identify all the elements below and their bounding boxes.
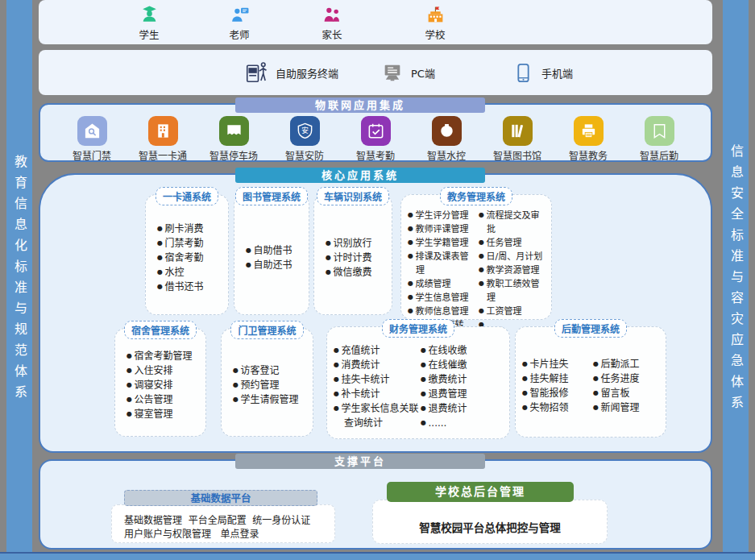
- svg-text:安: 安: [301, 126, 309, 135]
- iot-item-label: 智慧一卡通: [139, 148, 187, 162]
- card-title: 财务管理系统: [382, 319, 454, 338]
- iot-item-label: 智慧图书馆: [493, 148, 541, 162]
- feature-item: 计时计费: [326, 251, 387, 265]
- user-parents: 家长: [308, 5, 356, 42]
- card-body: 识别放行 计时计费 微信缴费: [314, 205, 392, 314]
- feature-item: 新闻管理: [593, 400, 662, 415]
- iot-item-label: 智慧后勤: [640, 148, 678, 162]
- feature-item: 自助借书: [246, 243, 304, 258]
- parking-icon: [219, 116, 249, 146]
- iot-item-door-access: 智慧门禁: [58, 116, 126, 162]
- base-data-platform-body: 基础数据管理 平台全局配置 统一身份认证 用户账户与权限管理 单点登录: [111, 504, 335, 543]
- parents-icon: [322, 5, 342, 25]
- student-icon: [139, 5, 160, 25]
- library-icon: [503, 116, 533, 146]
- feature-item: 教职工绩效管理: [479, 277, 548, 305]
- feature-item: 后勤派工: [593, 357, 662, 371]
- feature-item: 补卡统计: [334, 387, 419, 401]
- feature-item: 访客登记: [233, 363, 308, 378]
- iot-item-label: 智慧门禁: [73, 148, 111, 162]
- feature-item: 门禁考勤: [157, 236, 223, 251]
- school-backend-title: 学校总后台管理: [387, 482, 574, 502]
- feature-item: 工资管理: [479, 305, 548, 318]
- feature-item: 在线催缴: [421, 358, 506, 372]
- card-title: 宿舍管理系统: [124, 321, 197, 339]
- feature-item: 刷卡消费: [157, 222, 223, 236]
- iot-panel: 物联网应用集成 智慧门禁: [39, 103, 712, 162]
- feature-item: 卡片挂失: [522, 357, 591, 371]
- user-label: 家长: [321, 27, 342, 42]
- iot-item-parking: 智慧停车场: [200, 116, 268, 162]
- base-platform-line: 用户账户与权限管理 单点登录: [124, 528, 330, 541]
- feature-item: 充值统计: [334, 343, 419, 358]
- device-kiosk: 自助服务终端: [244, 50, 338, 95]
- user-school: 学校: [411, 5, 459, 42]
- feature-item: 流程提交及审批: [479, 209, 548, 236]
- iot-item-library: 智慧图书馆: [483, 116, 551, 162]
- bottom-border-band: [0, 552, 755, 560]
- iot-item-label: 智慧安防: [285, 148, 324, 162]
- feature-item: 学生家长信息关联查询统计: [334, 401, 419, 430]
- feature-item: 教学资源管理: [479, 263, 548, 277]
- iot-item-label: 智慧考勤: [356, 148, 395, 162]
- feature-item: 缴费统计: [421, 372, 506, 387]
- feature-item: 入住安排: [127, 363, 201, 378]
- feature-item: 失物招领: [522, 400, 591, 415]
- feature-item: 自助还书: [246, 258, 304, 272]
- iot-item-label: 智慧教务: [569, 148, 608, 162]
- feature-item: 借书还书: [157, 280, 223, 294]
- card-title: 一卡通系统: [156, 187, 218, 205]
- feature-column: 后勤派工 任务进度 留言板 新闻管理: [593, 341, 662, 430]
- card-library-system: 图书管理系统 自助借书 自助还书: [234, 194, 309, 315]
- feature-item: 学生学籍管理: [408, 236, 477, 250]
- iot-items-row: 智慧门禁 智慧一卡通: [40, 105, 711, 162]
- base-data-platform-title: 基础数据平台: [124, 490, 317, 506]
- card-title: 后勤管理系统: [554, 319, 627, 338]
- card-title: 教务管理系统: [440, 187, 512, 205]
- left-banner-label: 教育信息化标准与规范体系: [10, 155, 29, 406]
- device-phone: 手机端: [512, 50, 573, 95]
- school-icon: [425, 5, 446, 25]
- feature-item: 在线收缴: [421, 343, 506, 358]
- feature-item: 识别放行: [326, 236, 387, 251]
- feature-column: 在线收缴 在线催缴 缴费统计 退费管理 退费统计 ......: [421, 341, 506, 432]
- feature-item: 调寝安排: [127, 378, 201, 392]
- iot-item-logistics: 智慧后勤: [625, 116, 693, 162]
- iot-item-label: 智慧停车场: [209, 148, 258, 162]
- right-banner-label: 信息安全标准与容灾应急体系: [726, 144, 745, 417]
- card-gatekeeper-system: 门卫管理系统 访客登记 预约管理 学生请假管理: [221, 328, 313, 437]
- security-icon: 安: [290, 116, 320, 146]
- card-title: 车辆识别系统: [317, 187, 389, 205]
- user-label: 学生: [139, 27, 159, 42]
- device-label: 手机端: [541, 65, 573, 81]
- feature-item: 排课及课表管理: [408, 250, 477, 277]
- support-panel-title: 支撑平台: [235, 454, 485, 469]
- iot-item-academic: 智慧教务: [554, 116, 622, 162]
- feature-item: 宿舍考勤: [157, 251, 223, 265]
- card-onecard-system: 一卡通系统 刷卡消费 门禁考勤 宿舍考勤 水控 借书还书: [145, 194, 229, 315]
- feature-item: 教师评课管理: [408, 222, 477, 236]
- card-logistics-system: 后勤管理系统 卡片挂失 挂失解挂 智能报修 失物招领 后勤派工 任务进度 留言板…: [515, 326, 666, 438]
- kiosk-icon: [244, 60, 268, 85]
- feature-item: 消费统计: [334, 358, 419, 372]
- feature-column: 学生评分管理 教师评课管理 学生学籍管理 排课及课表管理 成绩管理 学生信息管理…: [408, 209, 477, 332]
- door-access-icon: [77, 116, 107, 146]
- device-label: PC端: [411, 65, 435, 81]
- feature-item: 任务管理: [479, 236, 548, 250]
- feature-item: 日/周、月计划: [479, 250, 548, 263]
- pc-icon: [381, 61, 404, 84]
- card-body: 宿舍考勤管理 入住安排 调寝安排 公告管理 寝室管理: [115, 339, 205, 436]
- card-academic-affairs-system: 教务管理系统 学生评分管理 教师评课管理 学生学籍管理 排课及课表管理 成绩管理…: [400, 194, 552, 320]
- left-standards-banner: 教育信息化标准与规范体系: [6, 0, 32, 560]
- feature-column: 充值统计 消费统计 挂失卡统计 补卡统计 学生家长信息关联查询统计: [334, 341, 419, 432]
- device-label: 自助服务终端: [276, 65, 338, 81]
- feature-item: 挂失卡统计: [334, 372, 419, 387]
- user-label: 学校: [425, 27, 445, 42]
- feature-column: 卡片挂失 挂失解挂 智能报修 失物招领: [522, 341, 591, 430]
- users-row: 学生 老师 家长: [39, 0, 712, 44]
- feature-item: 微信缴费: [326, 265, 387, 280]
- feature-item: 留言板: [593, 386, 662, 400]
- iot-panel-title: 物联网应用集成: [235, 97, 485, 113]
- card-vehicle-recognition-system: 车辆识别系统 识别放行 计时计费 微信缴费: [313, 194, 392, 315]
- teacher-icon: [230, 5, 250, 25]
